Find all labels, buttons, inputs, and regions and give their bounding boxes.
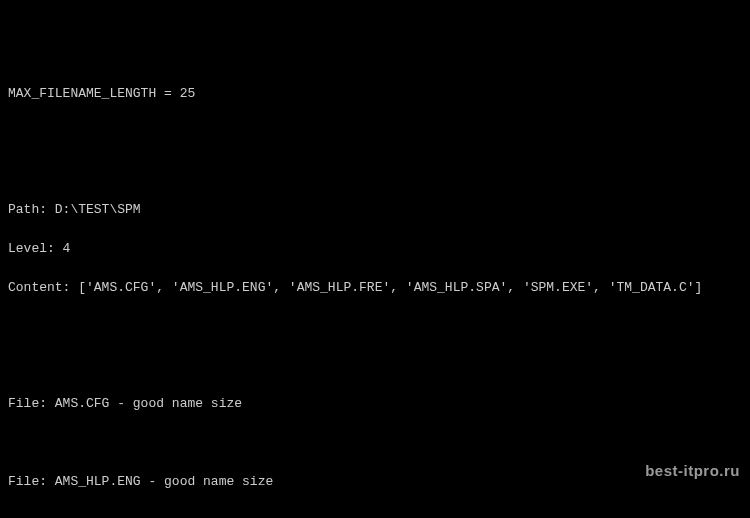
- blank-line: [8, 356, 742, 375]
- path-line: Path: D:\TEST\SPM: [8, 200, 742, 220]
- blank-line: [8, 317, 742, 336]
- blank-line: [8, 162, 742, 181]
- file-status-line: File: AMS_HLP.ENG - good name size: [8, 472, 742, 492]
- file-status-line: File: AMS.CFG - good name size: [8, 394, 742, 414]
- blank-line: [8, 433, 742, 452]
- blank-line: [8, 511, 742, 519]
- content-line: Content: ['AMS.CFG', 'AMS_HLP.ENG', 'AMS…: [8, 278, 742, 298]
- max-filename-length-line: MAX_FILENAME_LENGTH = 25: [8, 84, 742, 104]
- watermark-text: best-itpro.ru: [645, 460, 740, 483]
- blank-line: [8, 123, 742, 142]
- level-line: Level: 4: [8, 239, 742, 259]
